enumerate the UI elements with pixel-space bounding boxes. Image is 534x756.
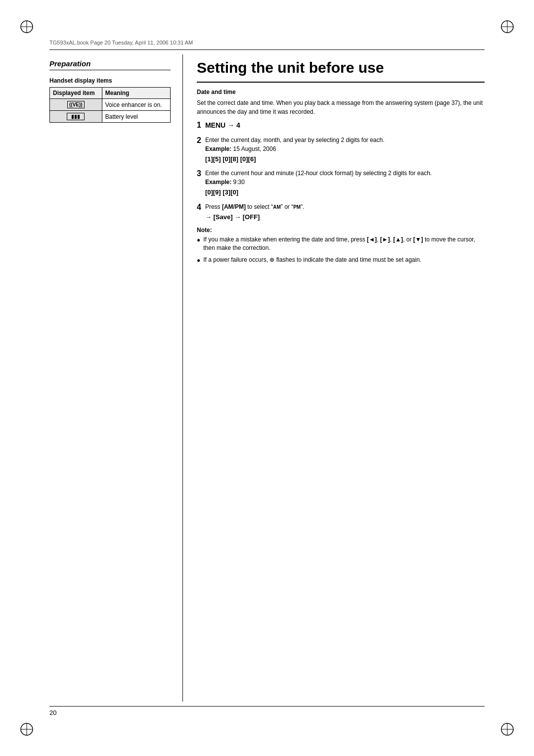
step-1-code: MENU → 4	[205, 121, 240, 129]
table-row: ▮▮▮ Battery level	[50, 111, 171, 123]
main-title: Setting the unit before use	[197, 59, 485, 83]
table-row: ((VE)) Voice enhancer is on.	[50, 99, 171, 111]
step-4-content: Press [AM/PM] to select “AM” or “PM”. → …	[205, 202, 485, 222]
battery-icon-cell: ▮▮▮	[50, 111, 102, 123]
ampm-key: [AM/PM]	[222, 203, 246, 210]
step-4: 4 Press [AM/PM] to select “AM” or “PM”. …	[197, 202, 485, 222]
note-item-1-text: If you make a mistake when entering the …	[203, 236, 485, 253]
top-rule	[49, 49, 485, 50]
step-1-content: MENU → 4	[205, 120, 485, 131]
battery-icon: ▮▮▮	[67, 113, 85, 120]
step-3-example-text: 9:30	[233, 179, 245, 186]
left-column: Preparation Handset display items Displa…	[49, 54, 183, 702]
step-3: 3 Enter the current hour and minute (12-…	[197, 169, 485, 197]
step-2-num: 2	[197, 136, 201, 146]
col-meaning: Meaning	[102, 88, 170, 99]
header-meta: TG593xAL.book Page 20 Tuesday, April 11,…	[49, 40, 193, 46]
ve-meaning: Voice enhancer is on.	[102, 99, 170, 111]
step-4-num: 4	[197, 202, 201, 213]
step-3-content: Enter the current hour and minute (12-ho…	[205, 169, 485, 197]
step-4-text: Press [AM/PM] to select “AM” or “PM”.	[205, 203, 305, 210]
page-number: 20	[49, 709, 56, 716]
step-3-text: Enter the current hour and minute (12-ho…	[205, 170, 432, 177]
step-2-text: Enter the current day, month, and year b…	[205, 137, 385, 143]
step-1: 1 MENU → 4	[197, 120, 485, 131]
right-column: Setting the unit before use Date and tim…	[183, 54, 485, 702]
step-3-num: 3	[197, 169, 201, 179]
reg-mark-br	[500, 722, 514, 736]
content-area: Preparation Handset display items Displa…	[49, 54, 485, 702]
date-time-subtitle: Date and time	[197, 89, 485, 95]
preparation-heading: Preparation	[49, 59, 171, 70]
step-3-code: [0][9] [3][0]	[205, 188, 485, 197]
handset-section-title: Handset display items	[49, 77, 171, 84]
step-2-code: [1][5] [0][8] [0][6]	[205, 154, 485, 164]
ve-icon: ((VE))	[67, 101, 85, 108]
step-2-content: Enter the current day, month, and year b…	[205, 136, 485, 164]
date-time-body: Set the correct date and time. When you …	[197, 98, 485, 116]
step-4-code: → [Save] → [OFF]	[205, 212, 485, 222]
step-2-example-text: 15 August, 2006	[233, 145, 276, 152]
note-item-1: ● If you make a mistake when entering th…	[197, 236, 485, 253]
bottom-rule	[49, 706, 485, 707]
note-item-2-text: If a power failure occurs, ⊕ flashes to …	[203, 256, 421, 264]
ve-icon-cell: ((VE))	[50, 99, 102, 111]
step-2: 2 Enter the current day, month, and year…	[197, 136, 485, 164]
display-table: Displayed item Meaning ((VE)) Voice enha…	[49, 87, 171, 123]
col-displayed-item: Displayed item	[50, 88, 102, 99]
page-container: TG593xAL.book Page 20 Tuesday, April 11,…	[0, 0, 534, 756]
note-title: Note:	[197, 227, 485, 234]
reg-mark-tr	[500, 20, 514, 34]
step-2-example-label: Example:	[205, 145, 231, 152]
reg-mark-tl	[20, 20, 34, 34]
step-3-example-label: Example:	[205, 179, 231, 186]
note-item-2: ● If a power failure occurs, ⊕ flashes t…	[197, 256, 485, 265]
note-section: Note: ● If you make a mistake when enter…	[197, 227, 485, 265]
step-1-num: 1	[197, 120, 201, 131]
reg-mark-bl	[20, 722, 34, 736]
note-bullet-1: ●	[197, 236, 200, 244]
battery-meaning: Battery level	[102, 111, 170, 123]
note-bullet-2: ●	[197, 256, 200, 265]
